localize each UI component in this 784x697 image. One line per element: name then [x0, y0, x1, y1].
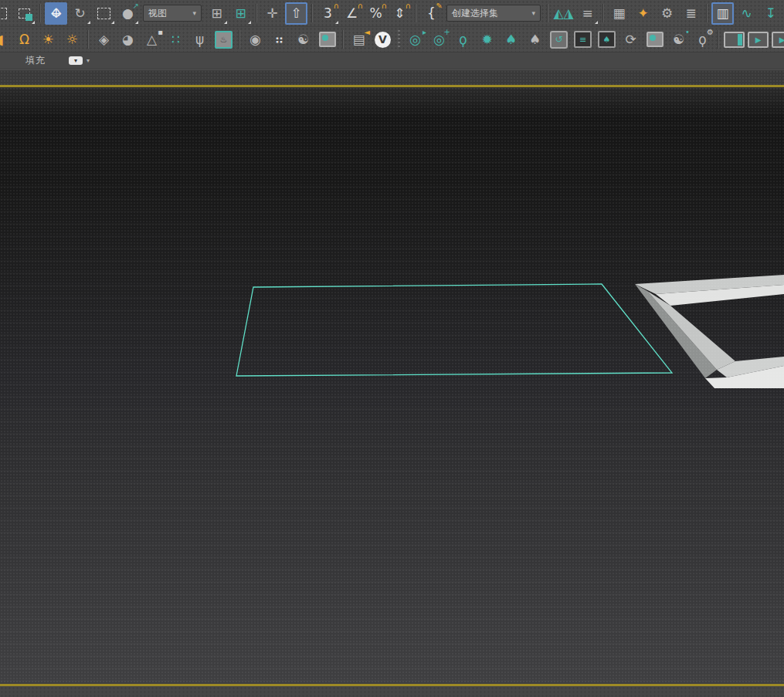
- preview-play-window-button[interactable]: ▶: [747, 29, 769, 51]
- sun-star-icon: ✹: [481, 33, 492, 46]
- viewport-layout-window-icon: ▶: [772, 32, 784, 48]
- foliage-grass-icon: ψ: [195, 33, 204, 46]
- snaps-toggle-3d-button[interactable]: 3∩: [317, 2, 339, 25]
- select-and-rotate-button[interactable]: ↻: [69, 2, 91, 25]
- ribbon-expand-button[interactable]: ▾ ▾: [69, 56, 90, 65]
- bottom-strip: [0, 686, 784, 697]
- material-balls-icon: ⠶: [274, 33, 283, 46]
- light-bulb-button[interactable]: ϙ: [452, 29, 474, 51]
- viewport-layout-window-button[interactable]: ▶: [771, 29, 784, 51]
- select-and-place-button[interactable]: ●↗: [117, 2, 139, 25]
- toolbar-separator: [706, 4, 708, 22]
- toolbar-separator: [547, 4, 548, 22]
- sun-star-button[interactable]: ✹: [476, 29, 498, 51]
- array-grid-icon: ∷: [171, 33, 180, 46]
- perspective-viewport[interactable]: [0, 87, 784, 684]
- edit-named-selection-sets-button[interactable]: {✎: [420, 2, 443, 25]
- settings-gear-button[interactable]: ⚙: [656, 2, 678, 25]
- use-selection-center-button[interactable]: ⊞: [229, 2, 252, 25]
- toolbar-separator: [602, 4, 604, 22]
- ribbon-collapsed-area: [0, 69, 784, 85]
- settings-gear-icon: ⚙: [661, 7, 673, 20]
- select-and-scale-icon: [97, 8, 110, 19]
- deciduous-tree-button[interactable]: ♠: [524, 29, 546, 51]
- create-camera-add-button[interactable]: ◎+: [428, 29, 450, 51]
- fire-effect-button[interactable]: ♨: [212, 29, 235, 51]
- align-button[interactable]: ≡: [576, 2, 599, 25]
- palette-teal-dot-button[interactable]: ☯•: [667, 29, 690, 51]
- use-pivot-point-center-button[interactable]: ⊞: [205, 2, 228, 25]
- sun-light-button[interactable]: ☀: [37, 29, 59, 51]
- clipped-light-left-button[interactable]: ◖: [0, 29, 12, 51]
- named-selection-sets-dropdown[interactable]: 创建选择集▾: [446, 5, 541, 22]
- toolbar-separator: [398, 30, 400, 49]
- sky-light-rays-button[interactable]: ☼: [61, 29, 83, 51]
- select-and-scale-button[interactable]: [93, 2, 115, 25]
- reference-coordinate-dropdown-label: 视图: [148, 7, 167, 20]
- color-palette-icon: ☯: [297, 33, 309, 46]
- render-swirl-box-button[interactable]: ↺: [548, 29, 570, 51]
- preview-photo-window-icon: [319, 32, 336, 47]
- foliage-grass-button[interactable]: ψ: [188, 29, 211, 51]
- window-crossing-toggle-button[interactable]: [13, 2, 36, 25]
- light-lister-button[interactable]: ✦: [632, 2, 654, 25]
- sun-light-icon: ☀: [42, 33, 54, 46]
- angle-snap-toggle-button[interactable]: ∠∩: [341, 2, 363, 25]
- edit-named-selection-sets-icon: {: [427, 7, 436, 20]
- percent-snap-toggle-button[interactable]: %∩: [365, 2, 387, 25]
- toolbar-separator: [87, 30, 89, 49]
- ribbon-tab-populate[interactable]: 填充: [25, 54, 46, 67]
- camera-tripod-button[interactable]: △▪: [141, 29, 163, 51]
- mirror-button[interactable]: ◭◮: [552, 2, 575, 25]
- toggle-ribbon-icon: ▥: [716, 7, 728, 20]
- vray-logo-button[interactable]: V: [372, 29, 394, 51]
- select-and-manipulate-button[interactable]: ✛: [261, 2, 283, 25]
- sphere-primitive-button[interactable]: ◕: [117, 29, 139, 51]
- rectangle-spline[interactable]: [236, 284, 672, 376]
- bulb-gear-icon: ϙ: [698, 33, 706, 46]
- swirl-ring-button[interactable]: ⟳: [619, 29, 642, 51]
- material-sphere-button[interactable]: ◉: [244, 29, 266, 51]
- pine-tree-button[interactable]: ♠: [500, 29, 522, 51]
- layer-explorer-toggle-icon: ≣: [685, 7, 696, 20]
- snaps-toggle-3d-icon: 3: [324, 7, 332, 20]
- toolbar-separator: [256, 4, 257, 22]
- tree-panel-box-button[interactable]: ♠: [596, 29, 618, 51]
- import-download-tool-icon: ↧: [765, 7, 776, 20]
- array-grid-button[interactable]: ∷: [165, 29, 187, 51]
- material-balls-button[interactable]: ⠶: [268, 29, 290, 51]
- physical-camera-badge-icon: ▸: [423, 29, 426, 36]
- physical-camera-button[interactable]: ◎▸: [404, 29, 426, 51]
- photo-stack-icon: [647, 32, 664, 47]
- bulb-gear-button[interactable]: ϙ⚙: [691, 29, 714, 51]
- vray-logo-icon: V: [375, 32, 391, 48]
- spinner-snap-toggle-button[interactable]: ⇕∩: [389, 2, 411, 25]
- move-cross-arrows-icon: ↔↕: [49, 5, 64, 21]
- preview-photo-window-button[interactable]: [316, 29, 338, 51]
- free-light-button[interactable]: Ω: [13, 29, 36, 51]
- preview-play-window-icon: ▶: [748, 32, 769, 48]
- import-download-tool-button[interactable]: ↧: [759, 2, 782, 25]
- use-selection-center-icon: ⊞: [235, 7, 246, 20]
- scene-explorer-toggle-button[interactable]: ▦: [608, 2, 630, 25]
- select-and-move-button[interactable]: ↔↕: [45, 2, 67, 25]
- batch-render-server-button[interactable]: ▤◄: [348, 29, 370, 51]
- toolbar-separator: [239, 30, 240, 49]
- curve-editor-button[interactable]: ∿: [735, 2, 758, 25]
- material-sphere-icon: ◉: [249, 33, 261, 46]
- toggle-ribbon-button[interactable]: ▥: [711, 2, 734, 25]
- extras-toolbar: ◖Ω☀☼◈◕△▪∷ψ♨◉⠶☯▤◄V◎▸◎+ϙ✹♠♠↺≡♠⟳☯•ϙ⚙▶▶◗: [0, 27, 784, 52]
- palette-teal-dot-badge-icon: •: [685, 29, 690, 36]
- render-window-panel-button[interactable]: [723, 29, 745, 51]
- list-panel-box-button[interactable]: ≡: [572, 29, 594, 51]
- marquee-region-select-button[interactable]: [0, 2, 12, 25]
- geometry-primitives-button[interactable]: ◈: [93, 29, 115, 51]
- create-camera-add-badge-icon: +: [444, 29, 450, 36]
- palette-teal-dot-icon: ☯: [673, 33, 684, 46]
- color-palette-button[interactable]: ☯: [292, 29, 314, 51]
- keyboard-shortcut-override-button[interactable]: ⇧: [285, 2, 307, 25]
- reference-coordinate-dropdown[interactable]: 视图▾: [143, 5, 202, 22]
- layer-explorer-toggle-button[interactable]: ≣: [680, 2, 702, 25]
- toolbar-separator: [342, 30, 344, 49]
- photo-stack-button[interactable]: [643, 29, 666, 51]
